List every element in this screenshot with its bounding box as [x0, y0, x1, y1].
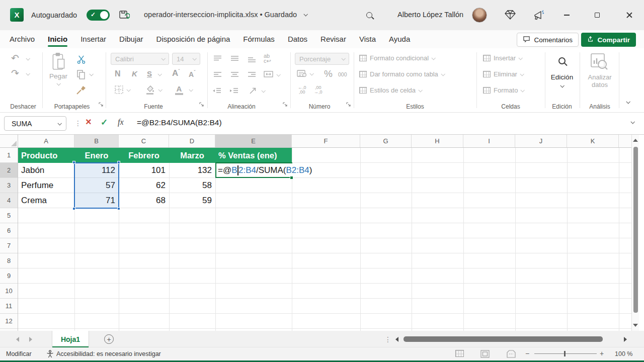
row-header-9[interactable]: 9: [0, 268, 18, 284]
header-cell-producto[interactable]: Producto: [21, 148, 72, 163]
add-sheet-button[interactable]: +: [104, 334, 114, 344]
header-cell-ventas[interactable]: % Ventas (ene): [218, 148, 292, 163]
tab-archivo[interactable]: Archivo: [3, 30, 41, 48]
megaphone-icon[interactable]: [532, 9, 545, 24]
excel-logo-icon[interactable]: X: [10, 8, 24, 22]
close-button[interactable]: [618, 0, 641, 30]
fill-color-icon[interactable]: [145, 84, 155, 96]
cell-d3[interactable]: 58: [169, 178, 212, 193]
diamond-icon[interactable]: [504, 9, 516, 23]
cell-a2[interactable]: Jabón: [21, 163, 72, 178]
merge-center-icon[interactable]: [264, 70, 273, 79]
row-header-10[interactable]: 10: [0, 284, 18, 299]
cell-b2[interactable]: 112: [74, 163, 115, 178]
edit-menu-button[interactable]: Edición: [546, 73, 578, 81]
copy-chevron-icon[interactable]: [89, 72, 93, 76]
row-header-1[interactable]: 1: [0, 148, 18, 163]
borders-icon[interactable]: [115, 85, 123, 96]
format-painter-icon[interactable]: [75, 84, 87, 97]
percent-style-button[interactable]: %: [324, 68, 333, 79]
vertical-scroll-thumb[interactable]: [633, 147, 638, 313]
decrease-decimal-icon[interactable]: ,00→,0: [314, 85, 323, 95]
fill-handle-icon[interactable]: [290, 176, 293, 179]
cell-d4[interactable]: 59: [169, 193, 212, 208]
name-box[interactable]: SUMA: [4, 116, 66, 131]
zoom-in-button[interactable]: +: [600, 349, 604, 357]
orientation-chevron-icon[interactable]: [261, 88, 265, 93]
zoom-out-button[interactable]: −: [525, 349, 529, 357]
font-color-icon[interactable]: A: [175, 84, 183, 95]
cell-e2-editing[interactable]: =@B2:B4/SUMA(B2:B4): [215, 163, 334, 177]
align-dialog-launcher-icon[interactable]: [283, 101, 288, 109]
vertical-scrollbar[interactable]: [631, 135, 639, 331]
underline-chevron-icon[interactable]: [157, 72, 162, 76]
tab-vista[interactable]: Vista: [353, 30, 382, 48]
bold-button[interactable]: N: [115, 69, 121, 78]
font-name-select[interactable]: Calibri: [111, 53, 169, 65]
cell-styles-button[interactable]: Estilos de celda: [359, 86, 422, 94]
align-right-icon[interactable]: [248, 71, 256, 79]
col-header-b[interactable]: B: [74, 135, 119, 147]
col-header-c[interactable]: C: [119, 135, 169, 147]
format-as-table-button[interactable]: Dar formato como tabla: [359, 70, 444, 78]
row-header-11[interactable]: 11: [0, 299, 18, 314]
avatar[interactable]: [472, 8, 487, 23]
cell-b3[interactable]: 57: [74, 178, 115, 193]
tab-insertar[interactable]: Insertar: [74, 30, 113, 48]
select-all-corner[interactable]: [0, 135, 18, 148]
enter-icon[interactable]: ✓: [101, 117, 108, 128]
align-left-icon[interactable]: [213, 71, 222, 79]
collapse-ribbon-icon[interactable]: [626, 100, 630, 104]
paste-label[interactable]: Pegar: [49, 72, 67, 80]
delete-cells-button[interactable]: Eliminar: [483, 70, 523, 78]
formula-input[interactable]: =@B2:B4/SUMA(B2:B4): [137, 118, 222, 127]
document-title[interactable]: operador-interseccion-implicita.xlsx • G…: [144, 11, 297, 19]
range-handle-icon[interactable]: [117, 161, 120, 164]
header-cell-marzo[interactable]: Marzo: [169, 148, 215, 163]
horizontal-scrollbar[interactable]: [404, 336, 620, 342]
autosave-toggle[interactable]: ✓: [87, 10, 110, 21]
horizontal-scroll-thumb[interactable]: [404, 336, 603, 342]
header-cell-enero[interactable]: Enero: [74, 148, 119, 163]
cell-c2[interactable]: 101: [119, 163, 166, 178]
align-center-icon[interactable]: [230, 71, 239, 79]
formula-bar-handle-icon[interactable]: ⋮: [74, 119, 82, 127]
row-header-12[interactable]: 12: [0, 314, 18, 329]
underline-button[interactable]: S: [147, 69, 152, 78]
font-dialog-launcher-icon[interactable]: [199, 101, 204, 109]
align-bottom-icon[interactable]: [248, 56, 256, 64]
user-name[interactable]: Alberto López Tallón: [397, 11, 463, 19]
undo-chevron-icon[interactable]: [26, 56, 30, 60]
wrap-text-icon[interactable]: abc↩: [264, 53, 271, 63]
tab-revisar[interactable]: Revisar: [314, 30, 353, 48]
cell-b4[interactable]: 71: [74, 193, 115, 208]
cut-icon[interactable]: [76, 54, 86, 65]
row-header-7[interactable]: 7: [0, 238, 18, 253]
clipboard-dialog-launcher-icon[interactable]: [99, 101, 104, 109]
cell-c3[interactable]: 62: [119, 178, 166, 193]
header-cell-febrero[interactable]: Febrero: [119, 148, 169, 163]
hscroll-left-icon[interactable]: [395, 337, 398, 342]
font-color-chevron-icon[interactable]: [189, 87, 193, 92]
align-top-icon[interactable]: [213, 55, 222, 63]
find-select-icon[interactable]: [558, 57, 566, 64]
copy-icon[interactable]: [76, 69, 86, 81]
tab-inicio[interactable]: Inicio: [41, 30, 74, 48]
sheet-nav-left-icon[interactable]: [16, 337, 19, 342]
comments-button[interactable]: Comentarios: [517, 33, 579, 47]
accessibility-status[interactable]: Accesibilidad: es necesario investigar: [56, 350, 161, 357]
align-middle-icon[interactable]: [230, 55, 239, 63]
row-header-3[interactable]: 3: [0, 178, 18, 193]
accounting-chevron-icon[interactable]: [309, 71, 313, 75]
col-header-h[interactable]: H: [412, 135, 463, 147]
page-break-view-icon[interactable]: [507, 350, 516, 359]
tab-formulas[interactable]: Fórmulas: [236, 30, 281, 48]
undo-icon[interactable]: ↶: [11, 52, 19, 64]
zoom-slider-thumb[interactable]: [564, 351, 566, 356]
redo-chevron-icon[interactable]: [26, 71, 30, 75]
font-size-select[interactable]: 14: [172, 53, 200, 65]
conditional-formatting-button[interactable]: Formato condicional: [359, 54, 435, 62]
sheet-tab-hoja1[interactable]: Hoja1: [52, 331, 89, 347]
number-dialog-launcher-icon[interactable]: [346, 101, 351, 109]
page-layout-view-icon[interactable]: [480, 350, 490, 359]
